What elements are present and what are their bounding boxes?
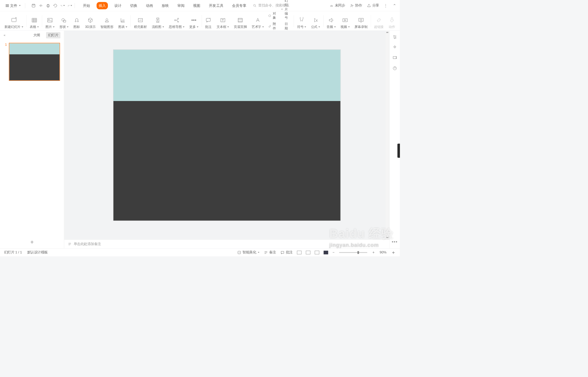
workspace: « 大纲 幻灯片 1 + 单击此处添加备注 [0,31,400,248]
flowchart-button[interactable]: 流程图 [149,13,166,29]
thumbnail-item[interactable]: 1 [4,43,60,81]
slide-nav-tabs: « 大纲 幻灯片 [0,31,64,40]
zoom-value[interactable]: 90% [380,250,387,255]
notes-pane[interactable]: 单击此处添加备注 [64,239,389,248]
svg-point-11 [75,21,76,22]
tab-transition[interactable]: 切换 [128,2,139,9]
threeD-button[interactable]: 3D演示 [83,13,98,29]
tab-view[interactable]: 视图 [191,2,202,9]
tab-developer[interactable]: 开发工具 [207,2,226,9]
comment-button[interactable]: 批注 [202,13,214,29]
svg-point-9 [62,18,64,21]
object-button[interactable]: 对象 [268,11,277,20]
image-button[interactable]: 图片 [43,13,57,29]
svg-rect-7 [48,18,52,22]
shape-button[interactable]: 形状 [57,13,71,29]
header-footer-button[interactable]: 页眉页脚 [231,13,249,29]
reading-view-icon[interactable] [315,251,319,254]
svg-point-4 [351,4,352,5]
attachment-button[interactable]: 附件 [268,22,277,31]
new-slide-button[interactable]: 新建幻灯片 [2,13,26,29]
comments-toggle[interactable]: 批注 [280,250,293,255]
rail-more-icon[interactable]: ••• [392,239,398,245]
mindmap-button[interactable]: 思维导图 [166,13,187,29]
slidenum-group: 幻灯片编号 日期和时间 [279,13,293,29]
zoom-out-icon[interactable]: − [332,250,335,255]
audio-button[interactable]: 音频 [324,13,338,29]
save-icon[interactable] [31,3,36,8]
slide-canvas[interactable] [113,49,340,221]
undo-icon[interactable] [60,3,65,8]
table-button[interactable]: 表格 [27,13,41,29]
refresh-icon[interactable] [53,3,58,8]
vertical-scrollbar[interactable] [386,31,389,239]
slideshow-view-icon[interactable] [324,251,328,254]
collapse-nav-icon[interactable]: « [4,33,5,37]
fit-icon[interactable]: ＋ [391,249,396,256]
notes-toggle[interactable]: 备注 [264,250,276,255]
slides-tab[interactable]: 幻灯片 [46,32,60,38]
collapse-ribbon-icon[interactable]: ⌃ [393,3,396,8]
present-icon[interactable] [392,55,397,60]
file-menu-label: 文件 [10,3,17,8]
icon-button[interactable]: 图标 [71,13,83,29]
template-name: 默认设计模板 [27,250,48,255]
docer-button[interactable]: 稻壳素材 [132,13,149,29]
svg-rect-10 [64,20,66,22]
thumbnail-number: 1 [4,43,7,81]
chart-button[interactable]: 图表 [116,13,130,29]
tab-review[interactable]: 审阅 [175,2,187,9]
svg-rect-0 [32,4,35,7]
slide-counter: 幻灯片 1 / 1 [4,250,22,255]
svg-rect-25 [359,18,363,21]
canvas-viewport[interactable] [64,31,389,239]
file-menu[interactable]: 文件 [4,2,23,9]
collab-button[interactable]: 协作 [350,3,362,8]
add-slide-button[interactable]: + [0,236,64,248]
side-hotspot[interactable] [398,143,400,158]
textbox-button[interactable]: 文本框 [214,13,231,29]
symbol-button[interactable]: 符号 [295,13,309,29]
tab-animation[interactable]: 动画 [144,2,155,9]
svg-rect-24 [343,19,347,22]
tab-insert[interactable]: 插入 [97,2,108,9]
normal-view-icon[interactable] [297,251,302,254]
slide-top-band [113,50,340,101]
svg-rect-6 [32,18,37,22]
hamburger-icon [6,5,9,6]
more-icon[interactable]: ⋮ [384,3,388,8]
smartart-button[interactable]: 智能图形 [98,13,116,29]
sparkle-icon[interactable] [392,45,397,50]
sync-button[interactable]: 未同步 [330,3,345,8]
svg-point-3 [253,4,255,6]
tab-slideshow[interactable]: 放映 [160,2,171,9]
tab-design[interactable]: 设计 [112,2,124,9]
wordart-button[interactable]: 艺术字 [249,13,267,29]
screen-record-button[interactable]: 屏幕录制 [352,13,370,29]
tab-start[interactable]: 开始 [81,2,92,9]
formula-button[interactable]: 公式 [308,13,322,29]
zoom-slider[interactable] [339,252,367,253]
settings-icon[interactable] [392,34,397,39]
svg-rect-21 [238,18,242,22]
action-button: 动作 [386,13,398,29]
print-preview-icon[interactable] [39,3,43,8]
svg-point-28 [395,37,396,37]
more-button[interactable]: •••更多 [187,13,201,29]
canvas-area: 单击此处添加备注 [64,31,389,248]
share-button[interactable]: 分享 [367,3,379,8]
zoom-in-icon[interactable]: ＋ [372,250,375,255]
print-icon[interactable] [46,3,50,8]
sorter-view-icon[interactable] [306,251,310,254]
tab-member[interactable]: 会员专享 [230,2,249,9]
help-icon[interactable] [392,66,397,71]
svg-rect-5 [12,18,16,21]
svg-rect-22 [281,9,283,10]
video-button[interactable]: 视频 [338,13,352,29]
redo-icon[interactable] [68,3,72,8]
command-search[interactable]: 查找命令、搜索模板 [253,3,299,8]
outline-tab[interactable]: 大纲 [31,32,42,38]
slide-number-button[interactable]: 幻灯片编号 [281,0,291,20]
beautify-button[interactable]: 智能美化 [237,250,259,255]
thumbnail-preview[interactable] [9,43,60,81]
